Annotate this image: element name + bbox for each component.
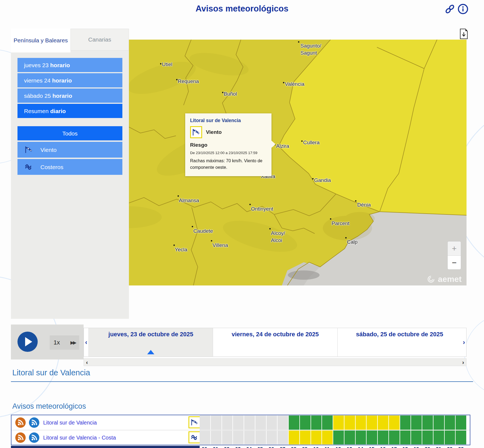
day-button-jueves-horario[interactable]: jueves 23 horario [17, 58, 122, 73]
day-button-text: jueves 23 [24, 62, 50, 68]
hour-cell-23 [456, 415, 466, 430]
section-divider [11, 381, 473, 382]
tooltip-period: De 23/10/2025 12:00 a 23/10/2025 17:59 [190, 151, 267, 155]
city-label: Cullera [303, 139, 320, 146]
hour-cell-10 [311, 415, 322, 430]
hour-cell-23 [456, 431, 466, 444]
city-dot [283, 82, 284, 83]
region-title: Litoral sur de Valencia [12, 368, 90, 377]
rss-feed-blue-icon[interactable] [29, 417, 39, 428]
hour-cell-07 [278, 431, 288, 444]
hour-cell-15 [367, 431, 377, 444]
windsock-icon [25, 146, 33, 154]
scrollbar-right-arrow[interactable]: › [462, 359, 464, 365]
scrollbar-left-arrow[interactable]: ‹ [86, 359, 88, 365]
hour-cell-05 [255, 415, 266, 430]
hour-cell-22 [445, 415, 455, 430]
hour-cell-20 [422, 415, 433, 430]
hour-axis-label: 01 [210, 446, 221, 448]
filter-button-viento[interactable]: Viento [17, 142, 122, 158]
hour-cell-18 [400, 431, 411, 444]
filter-button-costeros[interactable]: Costeros [17, 159, 122, 175]
day-button-text: viernes 24 [24, 77, 52, 84]
city-label: Gandia [314, 177, 331, 184]
hour-cell-11 [322, 415, 333, 430]
aemet-watermark: aemet [426, 275, 462, 284]
city-label: Requena [178, 78, 199, 85]
waves-icon [25, 163, 33, 171]
info-icon[interactable] [457, 3, 469, 15]
city-label: Parcent [332, 220, 349, 227]
city-label: Utiel [162, 61, 172, 68]
timeline-date-label: sábado, 25 de octubre de 2025 [338, 331, 462, 338]
zoom-in-button[interactable]: + [448, 241, 461, 256]
rss-feed-blue-icon[interactable] [29, 432, 39, 443]
warning-type-icon-box [188, 431, 200, 443]
city-dot [173, 244, 175, 246]
hour-labels-row: 0001020304050607080910111213141516171819… [199, 446, 466, 448]
hour-status-grid [200, 430, 466, 445]
share-link-icon[interactable] [444, 3, 456, 15]
play-button[interactable] [17, 332, 38, 352]
hour-axis-label: 16 [377, 446, 388, 448]
hour-cell-08 [289, 431, 299, 444]
day-button-bold: horario [52, 77, 72, 84]
hour-cell-09 [300, 431, 311, 444]
timeline-prev-arrow[interactable]: ‹ [84, 328, 88, 356]
hour-cell-01 [211, 415, 222, 430]
day-button-sabado-horario[interactable]: sábado 25 horario [17, 89, 122, 103]
playback-speed-control[interactable]: 1x ▶▶ [50, 335, 79, 350]
hour-cell-04 [244, 431, 255, 444]
city-dot [178, 195, 179, 197]
hour-cell-16 [378, 415, 388, 430]
warning-zone-link[interactable]: Litoral sur de Valencia [43, 415, 97, 430]
city-dot [249, 204, 251, 205]
tab-peninsula-baleares[interactable]: Península y Baleares [11, 29, 70, 52]
hour-axis-label: 03 [232, 446, 243, 448]
tab-canarias[interactable]: Canarias [70, 29, 129, 51]
timeline-day-viernes[interactable]: viernes, 24 de octubre de 2025 [213, 328, 337, 356]
timeline-day-jueves[interactable]: jueves, 23 de octubre de 2025 [88, 328, 213, 356]
hour-cell-14 [356, 431, 366, 444]
city-dot [211, 240, 212, 241]
city-label: Dénia [357, 201, 371, 208]
hour-axis-label: 11 [322, 446, 332, 448]
filter-button-todos[interactable]: Todos [17, 126, 122, 141]
rss-feed-icon[interactable] [15, 432, 26, 443]
timeline-date-label: jueves, 23 de octubre de 2025 [89, 331, 213, 338]
hour-axis-label: 14 [355, 446, 366, 448]
hour-axis-label: 13 [344, 446, 355, 448]
hour-cell-02 [222, 431, 233, 444]
hour-cell-19 [411, 415, 422, 430]
day-button-bold: horario [52, 93, 72, 99]
hour-cell-09 [300, 415, 311, 430]
warning-zone-link[interactable]: Litoral sur de Valencia - Costa [43, 430, 116, 445]
timeline-date-label: viernes, 24 de octubre de 2025 [213, 331, 337, 338]
city-label: Villena [213, 242, 228, 249]
filter-label: Todos [62, 130, 78, 137]
hour-axis-label: 12 [333, 446, 344, 448]
day-button-viernes-horario[interactable]: viernes 24 horario [17, 73, 122, 88]
zoom-out-button[interactable]: − [448, 256, 461, 270]
rss-feed-icon[interactable] [15, 417, 26, 428]
day-button-text: sábado 25 [24, 93, 52, 99]
day-button-resumen-diario[interactable]: Resumen diario [17, 104, 122, 119]
timeline-next-arrow[interactable]: › [462, 328, 466, 356]
timeline-day-sabado[interactable]: sábado, 25 de octubre de 2025 [337, 328, 462, 356]
hour-axis-label: 18 [400, 446, 411, 448]
city-label: Ontinyent [251, 205, 273, 213]
tooltip-warning-icon-box [190, 126, 202, 138]
warning-map[interactable]: Sagunto/SaguntUtielRequenaValènciaBuñolA… [129, 40, 467, 285]
hour-axis-label: 05 [255, 446, 265, 448]
hour-cell-20 [422, 431, 433, 444]
aemet-logo-icon [426, 275, 436, 284]
play-icon [25, 337, 32, 346]
hour-cell-05 [255, 431, 266, 444]
hour-cell-14 [356, 415, 366, 430]
timeline-scrollbar[interactable]: ‹ › [84, 358, 467, 366]
hour-cell-21 [433, 415, 444, 430]
hour-status-grid [200, 415, 466, 430]
download-map-icon[interactable] [459, 28, 468, 39]
hour-cell-00 [200, 431, 210, 444]
hour-cell-02 [222, 415, 233, 430]
